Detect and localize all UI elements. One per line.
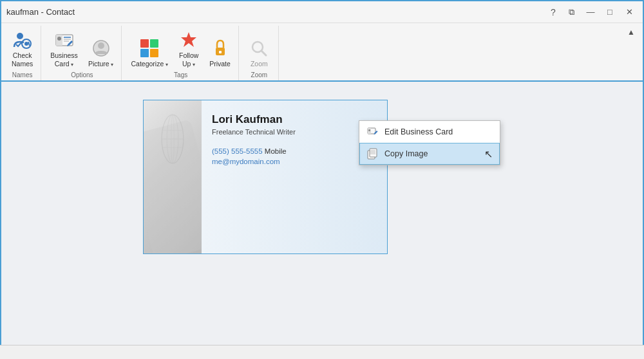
window-controls: ? ⧉ — □ ✕ <box>546 5 638 19</box>
copy-image-menu-item[interactable]: Copy Image ↖ <box>359 143 500 165</box>
card-decoration <box>144 100 202 253</box>
categorize-icon <box>139 38 160 59</box>
picture-icon <box>91 38 111 59</box>
contact-job-title: Freelance Technical Writer <box>212 128 377 136</box>
follow-up-icon <box>178 30 199 50</box>
svg-rect-13 <box>150 39 158 48</box>
categorize-button[interactable]: Categorize ▾ <box>127 35 172 70</box>
ribbon-toolbar: CheckNames Names <box>1 26 643 80</box>
check-names-button[interactable]: CheckNames <box>8 27 37 69</box>
context-menu: Edit Business Card Copy Image ↖ <box>359 120 500 165</box>
main-content: Lori Kaufman Freelance Technical Writer … <box>1 82 643 356</box>
follow-up-button[interactable]: FollowUp ▾ <box>175 27 203 69</box>
ribbon-group-options: BusinessCard ▾ Picture ▾ Options <box>43 26 122 80</box>
picture-label: Picture ▾ <box>88 60 114 68</box>
ribbon-group-tags: Categorize ▾ FollowUp ▾ <box>123 26 238 80</box>
options-group-label: Options <box>46 69 117 80</box>
title-bar: kaufman - Contact ? ⧉ — □ ✕ <box>1 1 643 23</box>
follow-up-label: FollowUp ▾ <box>179 51 198 68</box>
options-buttons: BusinessCard ▾ Picture ▾ <box>46 27 117 69</box>
picture-button[interactable]: Picture ▾ <box>84 35 118 70</box>
categorize-label: Categorize ▾ <box>131 60 168 68</box>
business-card-icon <box>54 30 75 50</box>
ribbon: CheckNames Names <box>1 23 643 82</box>
phone-number: (555) 555-5555 <box>212 147 263 155</box>
edit-business-card-menu-item[interactable]: Edit Business Card <box>359 121 500 143</box>
zoom-buttons: Zoom <box>245 27 273 69</box>
help-button[interactable]: ? <box>546 5 560 19</box>
private-icon <box>210 38 231 59</box>
names-buttons: CheckNames <box>8 27 37 69</box>
zoom-button[interactable]: Zoom <box>245 35 273 70</box>
edit-business-card-icon <box>366 125 379 138</box>
private-label: Private <box>209 60 231 68</box>
svg-point-11 <box>98 42 104 49</box>
zoom-group-label: Zoom <box>244 69 274 80</box>
ribbon-group-zoom: Zoom Zoom <box>240 26 279 80</box>
business-card-button[interactable]: BusinessCard ▾ <box>46 27 82 69</box>
svg-rect-15 <box>150 49 158 57</box>
business-card-label: BusinessCard ▾ <box>50 51 78 68</box>
contact-email: me@mydomain.com <box>212 158 377 165</box>
edit-business-card-label: Edit Business Card <box>384 127 453 136</box>
svg-line-3 <box>28 42 30 46</box>
zoom-icon <box>249 38 269 59</box>
svg-rect-32 <box>370 150 375 154</box>
svg-point-6 <box>57 37 61 41</box>
ribbon-collapse-button[interactable]: ▲ <box>625 26 638 39</box>
svg-line-20 <box>261 51 266 55</box>
phone-type-label: Mobile <box>263 147 287 155</box>
contact-phone: (555) 555-5555 Mobile <box>212 147 377 155</box>
minimize-button[interactable]: — <box>582 5 599 19</box>
svg-point-29 <box>368 129 370 131</box>
svg-rect-12 <box>140 39 149 48</box>
status-bar <box>0 345 644 359</box>
check-names-label: CheckNames <box>12 51 33 68</box>
card-decoration-graphic <box>147 113 198 165</box>
cursor-indicator: ↖ <box>484 148 493 160</box>
svg-marker-16 <box>181 32 196 47</box>
copy-image-label: Copy Image <box>384 149 428 158</box>
tags-buttons: Categorize ▾ FollowUp ▾ <box>127 27 234 69</box>
svg-rect-14 <box>140 49 149 57</box>
copy-image-icon <box>366 147 379 160</box>
svg-rect-18 <box>219 51 222 53</box>
private-button[interactable]: Private <box>205 35 234 70</box>
check-names-icon <box>12 30 33 50</box>
contact-name: Lori Kaufman <box>212 113 377 126</box>
maximize-button[interactable]: □ <box>601 5 618 19</box>
tags-group-label: Tags <box>127 69 234 80</box>
ribbon-group-names: CheckNames Names <box>4 26 41 80</box>
business-card-display: Lori Kaufman Freelance Technical Writer … <box>143 100 388 254</box>
restore-button[interactable]: ⧉ <box>563 5 580 19</box>
svg-point-0 <box>17 33 23 39</box>
close-button[interactable]: ✕ <box>621 5 638 19</box>
names-group-label: Names <box>8 69 37 80</box>
zoom-label: Zoom <box>251 60 268 68</box>
svg-point-2 <box>24 42 28 46</box>
window-title: kaufman - Contact <box>6 7 75 17</box>
